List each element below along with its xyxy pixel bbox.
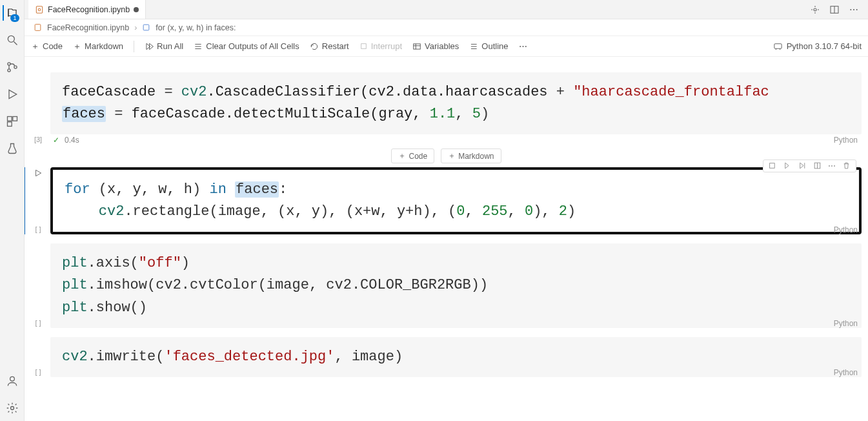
svg-rect-33: [774, 44, 782, 49]
notebook-file-icon: [34, 23, 42, 32]
code-cell[interactable]: [ ] plt.axis("off") plt.imshow(cv2.cvtCo…: [50, 243, 862, 327]
outline-button[interactable]: Outline: [469, 41, 508, 51]
run-all-icon: [145, 42, 154, 51]
dirty-indicator-icon: [134, 7, 139, 12]
insert-markdown-button[interactable]: ＋Markdown: [441, 149, 501, 163]
execute-below-icon[interactable]: [798, 161, 807, 170]
svg-point-13: [814, 8, 816, 11]
svg-rect-19: [35, 25, 41, 31]
clear-icon: [194, 42, 203, 51]
svg-marker-38: [785, 163, 789, 169]
execute-above-icon[interactable]: [783, 161, 792, 170]
notebook-body: [3] faceCascade = cv2.CascadeClassifier(…: [25, 57, 868, 421]
cell-language[interactable]: Python: [834, 319, 858, 328]
testing-icon[interactable]: [5, 141, 20, 156]
code-cell[interactable]: [3] faceCascade = cv2.CascadeClassifier(…: [50, 72, 862, 145]
activity-bar: 1: [0, 0, 25, 421]
run-config-icon[interactable]: [810, 5, 820, 15]
tab-bar: FaceRecognition.ipynb: [25, 0, 868, 19]
breadcrumb-file: FaceRecognition.ipynb: [47, 23, 129, 32]
svg-marker-36: [36, 170, 41, 176]
plus-icon: ＋: [398, 150, 406, 161]
exec-count: [ ]: [35, 225, 41, 233]
code-cell[interactable]: [ ] ⋯ for (x, y, w, h) in faces: cv2.rec…: [50, 167, 862, 234]
cell-toolbar: ⋯: [763, 159, 856, 172]
clear-outputs-button[interactable]: Clear Outputs of All Cells: [194, 41, 299, 51]
run-by-line-icon[interactable]: [769, 161, 777, 170]
layout-icon[interactable]: [829, 5, 840, 15]
kernel-icon: [773, 41, 783, 51]
plus-icon: ＋: [31, 41, 39, 52]
svg-point-18: [856, 8, 858, 10]
variables-button[interactable]: Variables: [412, 41, 459, 51]
code-editor[interactable]: faceCascade = cv2.CascadeClassifier(cv2.…: [50, 72, 862, 134]
settings-gear-icon[interactable]: [5, 400, 20, 416]
cell-language[interactable]: Python: [834, 368, 858, 377]
split-cell-icon[interactable]: [813, 161, 822, 170]
exec-count: [ ]: [35, 368, 41, 376]
breadcrumb[interactable]: FaceRecognition.ipynb › for (x, y, w, h)…: [25, 19, 868, 36]
symbol-icon: [142, 23, 150, 32]
svg-point-12: [38, 8, 41, 11]
svg-point-17: [853, 8, 854, 10]
toolbar-more-button[interactable]: ⋯: [519, 41, 527, 51]
cell-status: ✓ 0.4s: [50, 136, 862, 145]
exec-count: [ ]: [35, 319, 41, 327]
more-icon[interactable]: ⋯: [828, 161, 836, 170]
more-icon: ⋯: [519, 41, 527, 51]
svg-rect-20: [144, 25, 150, 30]
interrupt-button: Interrupt: [359, 41, 402, 51]
more-icon[interactable]: [849, 5, 859, 15]
cell-language[interactable]: Python: [834, 225, 858, 234]
editor-tab[interactable]: FaceRecognition.ipynb: [28, 0, 146, 19]
svg-rect-8: [7, 122, 12, 127]
code-editor[interactable]: plt.axis("off") plt.imshow(cv2.cvtColor(…: [50, 243, 862, 327]
svg-point-10: [10, 407, 14, 410]
breadcrumb-symbol: for (x, y, w, h) in faces:: [156, 23, 236, 32]
run-debug-icon[interactable]: [5, 87, 20, 102]
run-all-button[interactable]: Run All: [145, 41, 183, 51]
search-icon[interactable]: [5, 32, 20, 48]
check-icon: ✓: [53, 136, 59, 145]
plus-icon: ＋: [448, 150, 456, 161]
extensions-icon[interactable]: [5, 114, 20, 129]
cell-language[interactable]: Python: [834, 136, 858, 145]
svg-rect-26: [361, 44, 366, 49]
svg-marker-39: [800, 163, 803, 169]
add-markdown-button[interactable]: ＋ Markdown: [73, 41, 123, 52]
code-cell[interactable]: [ ] cv2.imwrite('faces_detected.jpg', im…: [50, 337, 862, 377]
code-editor[interactable]: for (x, y, w, h) in faces: cv2.rectangle…: [50, 167, 862, 234]
notebook-file-icon: [35, 5, 44, 14]
explorer-icon[interactable]: 1: [3, 5, 18, 21]
plus-icon: ＋: [73, 41, 81, 52]
insert-cell-row: ＋Code ＋Markdown: [25, 149, 868, 163]
kernel-selector[interactable]: Python 3.10.7 64-bit: [787, 41, 862, 51]
exec-count: [3]: [34, 136, 42, 143]
svg-point-16: [850, 8, 851, 10]
svg-point-2: [7, 63, 10, 65]
add-code-button[interactable]: ＋ Code: [31, 41, 63, 52]
exec-duration: 0.4s: [65, 136, 79, 145]
explorer-badge: 1: [10, 14, 19, 22]
restart-icon: [310, 42, 319, 51]
outline-icon: [469, 42, 478, 51]
restart-button[interactable]: Restart: [310, 41, 349, 51]
interrupt-icon: [359, 42, 368, 50]
code-editor[interactable]: cv2.imwrite('faces_detected.jpg', image): [50, 337, 862, 377]
run-cell-button[interactable]: [34, 169, 43, 178]
svg-rect-37: [770, 163, 775, 169]
source-control-icon[interactable]: [5, 59, 20, 75]
svg-rect-11: [36, 6, 42, 13]
svg-rect-27: [414, 43, 421, 48]
tab-filename: FaceRecognition.ipynb: [48, 5, 130, 14]
variables-icon: [412, 42, 421, 51]
insert-code-button[interactable]: ＋Code: [391, 149, 434, 163]
svg-marker-5: [9, 90, 17, 98]
chevron-right-icon: ›: [134, 23, 137, 32]
svg-point-3: [7, 69, 10, 72]
accounts-icon[interactable]: [5, 373, 20, 389]
svg-point-9: [10, 376, 14, 381]
svg-rect-6: [7, 117, 12, 121]
svg-line-1: [14, 42, 17, 45]
delete-cell-icon[interactable]: [842, 161, 851, 170]
